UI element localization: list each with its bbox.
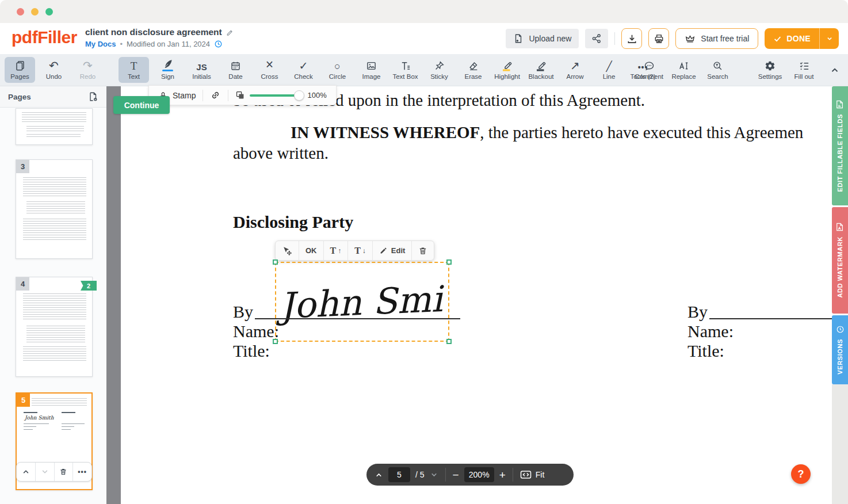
history-clock-icon[interactable] (214, 40, 223, 48)
pages-button[interactable]: Pages (5, 57, 35, 83)
toolbar-right-group: Comment Replace Search Settings Fill out (633, 57, 840, 83)
signature-selection-box[interactable]: John Smith (275, 262, 449, 342)
page-settings-icon[interactable] (88, 91, 98, 102)
done-dropdown-button[interactable] (819, 28, 839, 49)
page-more-options-button[interactable]: ••• (72, 463, 91, 481)
trash-icon (59, 468, 67, 476)
image-icon (366, 60, 377, 71)
help-button[interactable]: ? (791, 464, 811, 484)
zoom-out-button[interactable]: − (453, 469, 459, 480)
move-page-down-button[interactable] (35, 463, 54, 481)
resize-handle-se[interactable] (446, 339, 452, 344)
download-icon (627, 33, 637, 44)
fit-width-icon (520, 470, 532, 479)
opacity-slider[interactable] (250, 94, 303, 97)
edit-signature-button[interactable]: Edit (372, 241, 412, 260)
add-watermark-tab[interactable]: ADD WATERMARK (832, 207, 848, 314)
my-docs-link[interactable]: My Docs (85, 40, 116, 48)
opacity-control: 100% (228, 86, 333, 105)
watermark-icon (836, 223, 844, 231)
circle-tool-button[interactable]: ○ Circle (322, 57, 353, 83)
line-tool-button[interactable]: ╱ Line (594, 57, 624, 83)
edit-fillable-fields-tab[interactable]: EDIT FILLABLE FIELDS (832, 86, 848, 205)
initials-tool-button[interactable]: JS Initials (186, 57, 217, 83)
cross-tool-button[interactable]: × Cross (254, 57, 285, 83)
close-window-icon[interactable] (17, 8, 24, 16)
move-signature-button[interactable] (276, 241, 299, 260)
text-box-tool-button[interactable]: Text Box (390, 57, 421, 83)
date-tool-button[interactable]: Date (220, 57, 251, 83)
check-tool-button[interactable]: ✓ Check (288, 57, 319, 83)
download-button[interactable] (621, 28, 642, 49)
replace-text-icon (678, 60, 690, 71)
replace-button[interactable]: Replace (669, 57, 699, 83)
settings-button[interactable]: Settings (755, 57, 785, 83)
pdffiller-logo[interactable]: pdfFiller (12, 28, 77, 47)
search-button[interactable]: Search (702, 57, 733, 83)
page-thumbnail-partial[interactable] (16, 108, 93, 145)
fill-out-button[interactable]: Fill out (789, 57, 819, 83)
editor-toolbar: Pages ↶ Undo ↷ Redo T Text Sign JS (0, 54, 848, 86)
header-actions: Upload new Start free trial DONE (506, 28, 839, 49)
gear-icon (765, 60, 776, 71)
edit-title-pencil-icon[interactable] (226, 29, 234, 36)
resize-handle-nw[interactable] (273, 259, 278, 265)
start-free-trial-button[interactable]: Start free trial (675, 28, 758, 49)
collapse-toolbar-button[interactable] (830, 65, 840, 75)
opacity-value: 100% (307, 91, 326, 100)
maximize-window-icon[interactable] (45, 8, 53, 16)
fit-button[interactable]: Fit (520, 470, 545, 479)
thumbnail-actions-bar: ••• (16, 462, 92, 482)
highlight-tool-button[interactable]: Highlight (492, 57, 522, 83)
zoom-level-input[interactable]: 200% (464, 467, 494, 482)
image-tool-button[interactable]: Image (356, 57, 387, 83)
page-number-input[interactable]: 5 (388, 467, 410, 482)
signature-toolbar: OK T↑ T↓ Edit (275, 240, 434, 261)
name-label-left: Name: (233, 322, 279, 341)
previous-page-button[interactable] (375, 471, 383, 479)
checkmark-icon: ✓ (299, 60, 308, 71)
breadcrumb: My Docs • Modified on Jan 11, 2024 (85, 40, 223, 48)
next-page-button[interactable] (430, 471, 438, 479)
versions-tab[interactable]: VERSIONS (832, 315, 848, 384)
raise-text-icon: T (330, 246, 337, 256)
print-button[interactable] (648, 28, 669, 49)
chevron-down-icon (41, 468, 49, 476)
modified-timestamp: Modified on Jan 11, 2024 (127, 40, 210, 48)
print-icon (654, 33, 664, 44)
doc-body-line2: above written. (233, 144, 328, 163)
done-button[interactable]: DONE (765, 28, 819, 49)
erase-tool-button[interactable]: Erase (458, 57, 488, 83)
arrow-tool-button[interactable]: ↗ Arrow (560, 57, 590, 83)
title-label-right: Title: (687, 341, 724, 361)
raise-text-button[interactable]: T↑ (323, 241, 348, 260)
lower-text-button[interactable]: T↓ (347, 241, 372, 260)
page-thumbnail-3[interactable]: 3 (16, 159, 93, 259)
signature-ok-button[interactable]: OK (299, 241, 323, 260)
minimize-window-icon[interactable] (31, 8, 39, 16)
text-tool-button[interactable]: T Text (119, 57, 149, 83)
blackout-tool-button[interactable]: Blackout (526, 57, 556, 83)
opacity-slider-handle[interactable] (294, 90, 304, 101)
page-thumbnail-4[interactable]: 4 2 (16, 277, 93, 377)
link-button[interactable] (203, 86, 228, 105)
upload-new-button[interactable]: Upload new (506, 29, 579, 48)
arrow-icon: ↗ (570, 60, 580, 71)
redo-button[interactable]: ↷ Redo (72, 57, 103, 83)
document-canvas[interactable]: be used or relied upon in the interpreta… (121, 86, 832, 504)
share-button[interactable] (585, 29, 608, 48)
sticky-tool-button[interactable]: Sticky (424, 57, 454, 83)
resize-handle-ne[interactable] (446, 259, 452, 265)
undo-button[interactable]: ↶ Undo (39, 57, 69, 83)
comment-button[interactable]: Comment (633, 57, 665, 83)
continue-button[interactable]: Continue (113, 96, 170, 114)
move-page-up-button[interactable] (17, 463, 35, 481)
sign-tool-button[interactable]: Sign (152, 57, 183, 83)
pencil-icon (379, 246, 388, 255)
title-label-left: Title: (233, 341, 270, 361)
delete-signature-button[interactable] (411, 241, 434, 260)
header-divider (614, 32, 615, 45)
zoom-in-button[interactable]: + (499, 469, 506, 480)
page-thumbnail-5-selected[interactable]: 5 John Smith ••• (16, 392, 93, 490)
delete-page-button[interactable] (54, 463, 73, 481)
